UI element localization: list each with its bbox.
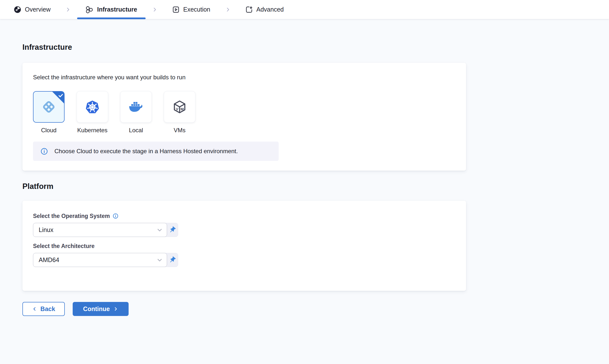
tile-label: Kubernetes bbox=[77, 127, 108, 134]
os-field-label: Select the Operating System bbox=[33, 213, 456, 219]
arch-field-label: Select the Architecture bbox=[33, 243, 456, 249]
tab-overview[interactable]: Overview bbox=[5, 0, 59, 19]
infrastructure-icon bbox=[85, 6, 93, 14]
tab-infrastructure[interactable]: Infrastructure bbox=[77, 0, 146, 19]
tab-label: Overview bbox=[25, 6, 51, 13]
tab-label: Infrastructure bbox=[97, 6, 137, 13]
pin-icon bbox=[169, 226, 176, 234]
option-cloud: Cloud bbox=[33, 91, 65, 134]
platform-heading: Platform bbox=[22, 182, 609, 191]
os-label-text: Select the Operating System bbox=[33, 213, 110, 219]
cloud-tile[interactable] bbox=[33, 91, 65, 123]
info-note-text: Choose Cloud to execute the stage in a H… bbox=[54, 148, 238, 155]
continue-label: Continue bbox=[83, 305, 110, 313]
vms-tile[interactable]: V M bbox=[164, 91, 195, 123]
back-label: Back bbox=[40, 305, 55, 313]
os-select-row: Linux bbox=[33, 223, 181, 237]
chevron-right-icon bbox=[152, 7, 157, 12]
option-local: Local bbox=[120, 91, 152, 134]
option-vms: V M VMs bbox=[164, 91, 195, 134]
local-tile[interactable] bbox=[120, 91, 152, 123]
infrastructure-heading: Infrastructure bbox=[22, 43, 609, 52]
tab-label: Advanced bbox=[256, 6, 284, 13]
chevron-right-icon bbox=[65, 7, 71, 12]
chevron-down-icon bbox=[156, 256, 163, 264]
tab-label: Execution bbox=[183, 6, 210, 13]
arch-select-value: AMD64 bbox=[39, 256, 59, 264]
tile-label: Cloud bbox=[41, 127, 57, 134]
platform-card: Select the Operating System Linux bbox=[22, 201, 466, 291]
back-button[interactable]: Back bbox=[22, 302, 65, 316]
arch-select[interactable]: AMD64 bbox=[33, 253, 167, 267]
arch-label-text: Select the Architecture bbox=[33, 243, 95, 249]
kubernetes-tile[interactable] bbox=[77, 91, 108, 123]
tile-label: VMs bbox=[174, 127, 186, 134]
chevron-left-icon bbox=[32, 306, 37, 312]
tab-advanced[interactable]: Advanced bbox=[237, 0, 292, 19]
infrastructure-card: Select the infrastructure where you want… bbox=[22, 63, 466, 171]
arch-select-row: AMD64 bbox=[33, 253, 181, 267]
harness-cloud-icon bbox=[40, 99, 57, 115]
info-icon[interactable] bbox=[113, 213, 118, 219]
svg-text:M: M bbox=[181, 107, 184, 111]
pin-icon bbox=[169, 256, 176, 264]
info-icon bbox=[40, 148, 48, 155]
os-select-value: Linux bbox=[39, 226, 53, 233]
execution-icon bbox=[172, 6, 180, 13]
continue-button[interactable]: Continue bbox=[73, 302, 129, 316]
chevron-right-icon bbox=[113, 306, 118, 312]
infrastructure-prompt: Select the infrastructure where you want… bbox=[33, 74, 456, 81]
tab-execution[interactable]: Execution bbox=[164, 0, 219, 19]
cloud-info-callout: Choose Cloud to execute the stage in a H… bbox=[33, 142, 279, 161]
kubernetes-icon bbox=[85, 99, 100, 115]
svg-text:V: V bbox=[176, 107, 178, 111]
tile-label: Local bbox=[129, 127, 143, 134]
chevron-down-icon bbox=[156, 226, 163, 234]
stage-stepper-bar: Overview Infrastructure Execution bbox=[0, 0, 609, 19]
wizard-actions: Back Continue bbox=[22, 302, 609, 316]
os-select[interactable]: Linux bbox=[33, 223, 167, 237]
option-kubernetes: Kubernetes bbox=[77, 91, 108, 134]
infrastructure-options: Cloud bbox=[33, 91, 456, 134]
vm-cube-icon: V M bbox=[172, 99, 187, 115]
stage-config-content: Infrastructure Select the infrastructure… bbox=[0, 43, 609, 316]
advanced-icon bbox=[245, 6, 253, 13]
chevron-right-icon bbox=[225, 7, 231, 12]
docker-whale-icon bbox=[128, 101, 144, 113]
overview-icon bbox=[14, 6, 21, 13]
